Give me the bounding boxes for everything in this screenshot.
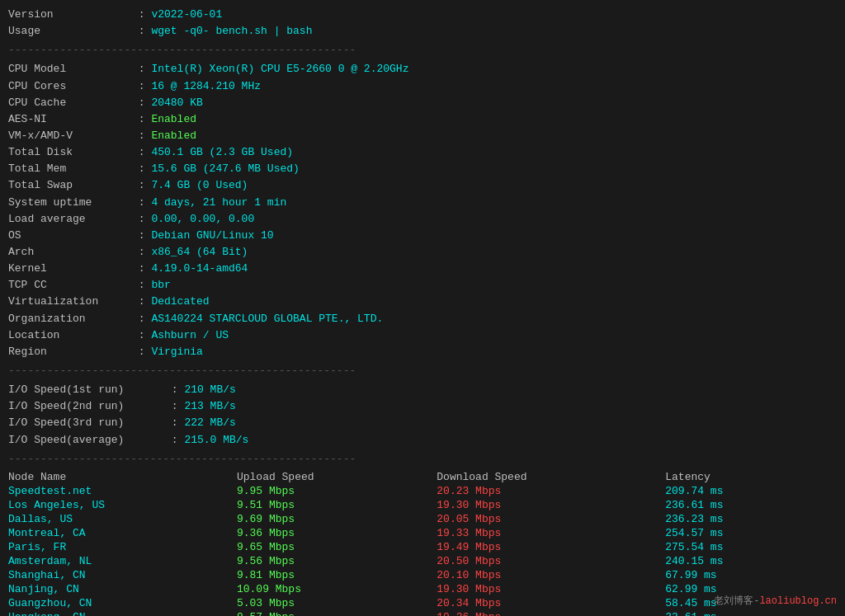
cpu-model-value: Intel(R) Xeon(R) CPU E5-2660 0 @ 2.20GHz (151, 61, 408, 78)
net-row: Los Angeles, US9.51 Mbps19.30 Mbps236.61… (8, 498, 837, 512)
org-value: AS140224 STARCLOUD GLOBAL PTE., LTD. (151, 311, 383, 327)
terminal: Version : v2022-06-01 Usage : wget -q0- … (8, 7, 837, 616)
region-line: Region : Virginia (8, 344, 837, 360)
io-avg-line: I/O Speed(average) : 215.0 MB/s (8, 432, 837, 449)
net-cell-upload: 9.81 Mbps (237, 568, 437, 582)
net-col-node: Node Name (8, 470, 237, 484)
net-cell-upload: 9.69 Mbps (237, 512, 437, 526)
net-cell-download: 20.34 Mbps (437, 596, 665, 610)
separator-2: ----------------------------------------… (8, 363, 837, 379)
os-label: OS (8, 228, 132, 244)
mem-label: Total Mem (8, 161, 132, 177)
net-cell-node: Guangzhou, CN (8, 596, 237, 610)
tcp-label: TCP CC (8, 277, 132, 294)
net-cell-download: 19.49 Mbps (437, 540, 665, 554)
net-cell-latency: 275.54 ms (665, 540, 837, 554)
io1-label: I/O Speed(1st run) (8, 382, 165, 398)
version-value: v2022-06-01 (151, 7, 222, 23)
net-cell-download: 20.10 Mbps (437, 568, 665, 582)
net-cell-upload: 9.51 Mbps (237, 498, 437, 512)
net-cell-download: 19.30 Mbps (437, 582, 665, 596)
usage-line: Usage : wget -q0- bench.sh | bash (8, 23, 837, 40)
cpu-cores-line: CPU Cores : 16 @ 1284.210 MHz (8, 78, 837, 95)
net-cell-node: Shanghai, CN (8, 568, 237, 582)
net-cell-download: 19.30 Mbps (437, 498, 665, 512)
net-col-upload: Upload Speed (237, 470, 437, 484)
net-cell-latency: 240.15 ms (665, 554, 837, 568)
net-cell-node: Amsterdam, NL (8, 554, 237, 568)
org-line: Organization : AS140224 STARCLOUD GLOBAL… (8, 311, 837, 327)
uptime-label: System uptime (8, 195, 132, 211)
vmx-value: Enabled (151, 128, 196, 144)
net-cell-upload: 9.95 Mbps (237, 484, 437, 498)
net-cell-upload: 9.65 Mbps (237, 540, 437, 554)
virt-line: Virtualization : Dedicated (8, 294, 837, 310)
io-avg-label: I/O Speed(average) (8, 432, 165, 449)
cpu-cache-label: CPU Cache (8, 95, 132, 111)
org-label: Organization (8, 311, 132, 327)
net-row: Hongkong, CN9.57 Mbps19.26 Mbps33.61 ms (8, 610, 837, 616)
net-cell-download: 20.50 Mbps (437, 554, 665, 568)
net-cell-upload: 9.57 Mbps (237, 610, 437, 616)
net-cell-latency: 33.61 ms (665, 610, 837, 616)
separator-3: ----------------------------------------… (8, 451, 837, 468)
net-cell-upload: 9.56 Mbps (237, 554, 437, 568)
load-line: Load average : 0.00, 0.00, 0.00 (8, 211, 837, 228)
net-cell-latency: 236.61 ms (665, 498, 837, 512)
net-cell-upload: 5.03 Mbps (237, 596, 437, 610)
net-cell-node: Dallas, US (8, 512, 237, 526)
os-line: OS : Debian GNU/Linux 10 (8, 228, 837, 244)
uptime-value: 4 days, 21 hour 1 min (151, 195, 286, 211)
kernel-value: 4.19.0-14-amd64 (151, 261, 248, 277)
vmx-label: VM-x/AMD-V (8, 128, 132, 144)
uptime-line: System uptime : 4 days, 21 hour 1 min (8, 195, 837, 211)
io-avg-value: 215.0 MB/s (184, 432, 248, 449)
net-cell-upload: 10.09 Mbps (237, 582, 437, 596)
cpu-model-line: CPU Model : Intel(R) Xeon(R) CPU E5-2660… (8, 61, 837, 78)
io3-line: I/O Speed(3rd run) : 222 MB/s (8, 415, 837, 431)
kernel-label: Kernel (8, 261, 132, 277)
io2-label: I/O Speed(2nd run) (8, 398, 165, 415)
net-row: Speedtest.net9.95 Mbps20.23 Mbps209.74 m… (8, 484, 837, 498)
tcp-line: TCP CC : bbr (8, 277, 837, 294)
net-cell-latency: 236.23 ms (665, 512, 837, 526)
disk-label: Total Disk (8, 144, 132, 161)
load-label: Load average (8, 211, 132, 228)
aes-label: AES-NI (8, 111, 132, 128)
net-cell-node: Hongkong, CN (8, 610, 237, 616)
virt-value: Dedicated (151, 294, 209, 310)
net-row: Montreal, CA9.36 Mbps19.33 Mbps254.57 ms (8, 526, 837, 540)
tcp-value: bbr (151, 277, 170, 294)
virt-label: Virtualization (8, 294, 132, 310)
net-cell-latency: 209.74 ms (665, 484, 837, 498)
net-cell-download: 19.33 Mbps (437, 526, 665, 540)
io1-value: 210 MB/s (184, 382, 235, 398)
kernel-line: Kernel : 4.19.0-14-amd64 (8, 261, 837, 277)
usage-label: Usage (8, 23, 132, 40)
net-cell-node: Speedtest.net (8, 484, 237, 498)
network-table: Node Name Upload Speed Download Speed La… (8, 470, 837, 616)
net-cell-node: Nanjing, CN (8, 582, 237, 596)
vmx-line: VM-x/AMD-V : Enabled (8, 128, 837, 144)
cpu-cores-label: CPU Cores (8, 78, 132, 95)
region-value: Virginia (151, 344, 202, 360)
loc-label: Location (8, 327, 132, 344)
watermark: 老刘博客-laoliublog.cn (714, 594, 837, 608)
swap-line: Total Swap : 7.4 GB (0 Used) (8, 177, 837, 194)
mem-line: Total Mem : 15.6 GB (247.6 MB Used) (8, 161, 837, 177)
cpu-model-label: CPU Model (8, 61, 132, 78)
net-cell-node: Montreal, CA (8, 526, 237, 540)
usage-value: wget -q0- bench.sh | bash (151, 23, 312, 40)
version-line: Version : v2022-06-01 (8, 7, 837, 23)
separator-1: ----------------------------------------… (8, 42, 837, 59)
net-cell-latency: 254.57 ms (665, 526, 837, 540)
cpu-cache-value: 20480 KB (151, 95, 202, 111)
load-value: 0.00, 0.00, 0.00 (151, 211, 254, 228)
net-row: Paris, FR9.65 Mbps19.49 Mbps275.54 ms (8, 540, 837, 554)
io3-label: I/O Speed(3rd run) (8, 415, 165, 431)
io3-value: 222 MB/s (184, 415, 235, 431)
net-col-download: Download Speed (437, 470, 665, 484)
net-row: Shanghai, CN9.81 Mbps20.10 Mbps67.99 ms (8, 568, 837, 582)
net-cell-download: 20.05 Mbps (437, 512, 665, 526)
net-cell-node: Paris, FR (8, 540, 237, 554)
